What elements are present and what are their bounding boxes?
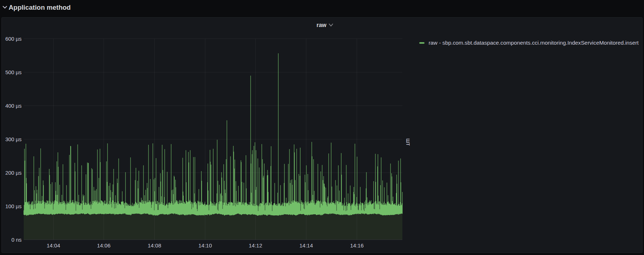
svg-text:14:04: 14:04 (47, 242, 60, 249)
svg-text:Application method: Application method (9, 4, 71, 11)
svg-text:0 ns: 0 ns (12, 237, 22, 243)
svg-text:14:08: 14:08 (148, 242, 161, 249)
svg-text:raw - sbp.com.sbt.dataspace.co: raw - sbp.com.sbt.dataspace.components.c… (429, 40, 639, 46)
svg-text:300 µs: 300 µs (5, 136, 22, 142)
svg-text:200 µs: 200 µs (5, 170, 22, 176)
svg-text:14:14: 14:14 (300, 242, 313, 249)
svg-text:400 µs: 400 µs (5, 103, 22, 109)
svg-text:14:16: 14:16 (350, 242, 364, 249)
svg-text:шт: шт (405, 138, 411, 146)
svg-text:500 µs: 500 µs (5, 69, 22, 75)
svg-text:600 µs: 600 µs (5, 36, 22, 42)
svg-text:14:06: 14:06 (97, 242, 111, 249)
svg-text:14:12: 14:12 (249, 242, 262, 249)
svg-text:100 µs: 100 µs (5, 203, 22, 209)
svg-text:raw: raw (316, 22, 326, 28)
svg-text:14:10: 14:10 (198, 242, 212, 249)
